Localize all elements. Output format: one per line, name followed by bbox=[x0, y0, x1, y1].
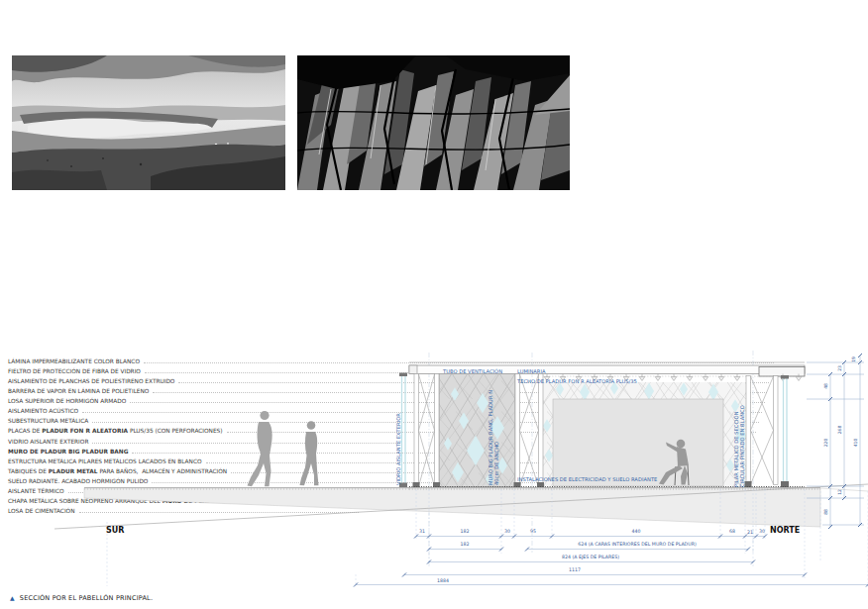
dim-30: 30 bbox=[504, 529, 510, 534]
caption-triangle-icon: ▲ bbox=[10, 595, 15, 601]
dim-182b: 182 bbox=[461, 542, 470, 547]
label-norte: NORTE bbox=[770, 526, 800, 535]
dim-31: 31 bbox=[419, 529, 425, 534]
label-luminaria: LUMINARIA bbox=[517, 369, 546, 375]
terrain bbox=[54, 484, 868, 529]
dim-1117: 1117 bbox=[569, 567, 581, 572]
dim-268: 268 bbox=[837, 426, 842, 435]
rock-texture-photo bbox=[297, 55, 570, 190]
caption-text: SECCIÓN POR EL PABELLÓN PRINCIPAL. bbox=[20, 594, 153, 602]
label-instalaciones: INSTALACIONES DE ELECTRICIDAD Y SUELO RA… bbox=[517, 477, 657, 483]
dim-440: 440 bbox=[632, 529, 641, 534]
label-muro-pladur: MURO BIG PLADUR BANG, PLADUR N 40cm DE A… bbox=[488, 386, 500, 485]
walking-person-figure bbox=[248, 411, 272, 486]
dim-182: 182 bbox=[461, 529, 470, 534]
dim-220: 220 bbox=[823, 439, 828, 448]
dim-68: 68 bbox=[729, 529, 735, 534]
label-techo-pladur: TECHO DE PLADUR FON R ALEATORIA PLUS/35 bbox=[517, 379, 637, 385]
dim-410: 410 bbox=[853, 439, 858, 448]
dim-88: 88 bbox=[823, 509, 828, 515]
label-vidrio-aislante: VIDRIO AISLANTE EXTERIOR bbox=[395, 394, 404, 485]
pladur-wall bbox=[439, 374, 515, 487]
dim-30b: 30 bbox=[759, 529, 765, 534]
drawing-caption: ▲ SECCIÓN POR EL PABELLÓN PRINCIPAL. bbox=[10, 594, 153, 602]
dim-21: 21 bbox=[747, 530, 753, 535]
aerial-landscape-photo bbox=[12, 55, 285, 190]
dim-12: 12 bbox=[837, 489, 842, 495]
label-sur: SUR bbox=[106, 526, 124, 535]
dim-48: 48 bbox=[823, 383, 828, 389]
walking-person-figure-2 bbox=[300, 421, 319, 485]
dim-23: 23 bbox=[837, 365, 842, 371]
dim-95: 95 bbox=[530, 529, 536, 534]
label-tubo-ventilacion: TUBO DE VENTILACIÓN bbox=[443, 369, 502, 375]
dim-19: 19 bbox=[851, 356, 856, 362]
portfolio-page: { "colors": { "accent_blue": "#3465a8", … bbox=[0, 0, 868, 609]
dim-824: 824 (A EJES DE PILARES) bbox=[562, 555, 619, 559]
hall-interior bbox=[543, 381, 746, 486]
dim-624: 624 (A CARAS INTERIORES DEL MURO DE PLAD… bbox=[578, 542, 696, 547]
label-pilar-metalico: PILAR METÁLICO DE SECCIÓN CIRCULAR PINTA… bbox=[733, 392, 746, 487]
dim-1884: 1884 bbox=[437, 578, 449, 583]
